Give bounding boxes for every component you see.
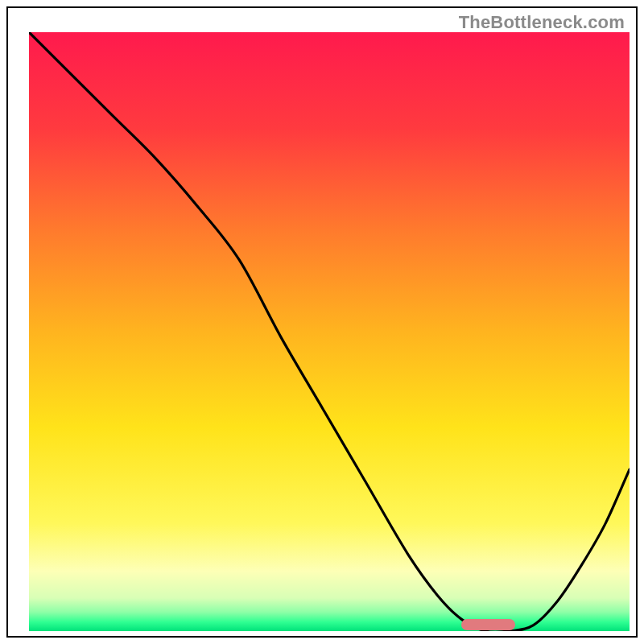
watermark-text: TheBottleneck.com (459, 12, 625, 33)
bottleneck-curve (29, 32, 630, 631)
chart-frame: TheBottleneck.com (6, 6, 638, 638)
optimal-zone-marker (461, 619, 515, 630)
plot-area (29, 32, 630, 631)
